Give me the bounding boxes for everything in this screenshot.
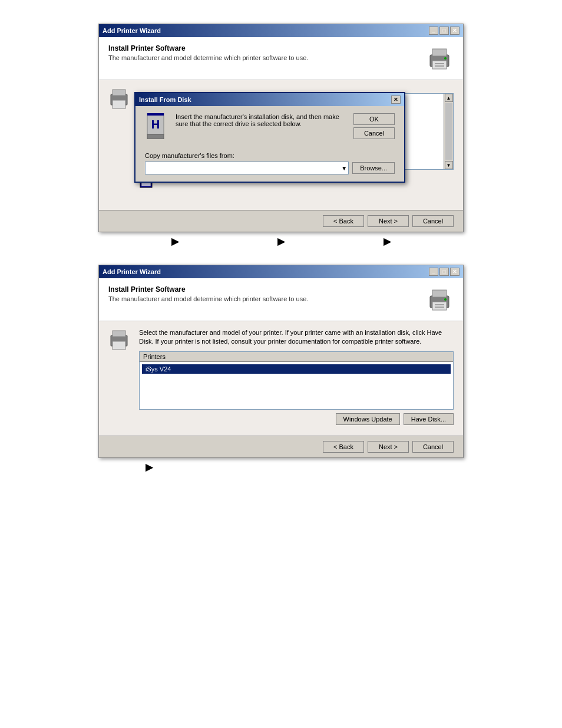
dialog-browse-button[interactable]: Browse...: [352, 162, 395, 174]
window2-back-button[interactable]: < Back: [323, 441, 364, 453]
svg-rect-2: [432, 61, 447, 69]
window2-main-content: Select the manufacturer and model of you…: [139, 328, 454, 429]
window1-title-text: Add Printer Wizard: [103, 27, 161, 34]
dialog-title-text: Install From Disk: [139, 96, 191, 103]
window1-minimize-btn[interactable]: _: [429, 27, 438, 35]
window2-close-btn[interactable]: ✕: [450, 268, 459, 276]
svg-rect-24: [113, 341, 125, 350]
second-wizard-window-group: Add Printer Wizard _ □ ✕ Install Printer…: [98, 265, 464, 473]
side-printer-icon-svg: [108, 87, 130, 113]
flow-arrows-row-1: ▶ ▶ ▶: [98, 236, 464, 247]
window2-header-text: Install Printer Software The manufacture…: [108, 285, 308, 302]
printers-list-body: iSys V24: [140, 362, 453, 409]
dialog-ok-button[interactable]: OK: [353, 113, 395, 125]
window1-controls: _ □ ✕: [429, 27, 459, 35]
window1-body-area: Ma Agl Alp Apr App AP ▲ ▼: [99, 80, 463, 210]
flow-arrow-2: ▶: [277, 236, 285, 247]
window1-back-button[interactable]: < Back: [323, 215, 364, 227]
dialog-copy-label: Copy manufacturer's files from:: [145, 152, 395, 159]
printer-icon-svg: [425, 44, 454, 73]
svg-rect-4: [435, 65, 444, 67]
window2-maximize-btn[interactable]: □: [439, 268, 449, 276]
add-printer-wizard-window-2: Add Printer Wizard _ □ ✕ Install Printer…: [98, 265, 464, 458]
windows-update-area: Windows Update Have Disk...: [139, 410, 454, 429]
flow-arrow-4: ▶: [146, 462, 153, 473]
side-printer-icon-svg-2: [108, 328, 130, 354]
svg-rect-23: [113, 331, 125, 337]
svg-rect-7: [113, 90, 125, 95]
svg-text:H: H: [151, 118, 160, 131]
dialog-cancel-button[interactable]: Cancel: [353, 127, 395, 139]
scrollbar-up-arrow[interactable]: ▲: [445, 94, 453, 102]
setup-icon-svg: H: [145, 113, 166, 139]
dialog-top-row: H Insert the manufacturer's installation…: [145, 113, 395, 140]
svg-point-5: [444, 57, 447, 60]
flow-arrow-3: ▶: [384, 236, 391, 247]
window1-maximize-btn[interactable]: □: [439, 27, 449, 35]
install-from-disk-dialog: Install From Disk ✕ H: [134, 92, 405, 183]
dialog-body-text: Insert the manufacturer's installation d…: [176, 113, 346, 127]
window2-side-icon: [108, 328, 132, 429]
window2-body-text: Select the manufacturer and model of you…: [139, 328, 454, 347]
window1-close-btn[interactable]: ✕: [450, 27, 459, 35]
dialog-text-section: Insert the manufacturer's installation d…: [176, 113, 346, 127]
dialog-bottom-row: Copy manufacturer's files from: ▼ Browse…: [145, 146, 395, 174]
window2-header-title: Install Printer Software: [108, 285, 308, 294]
window1-title-group: Add Printer Wizard: [103, 27, 161, 34]
printer-icon-svg-2: [425, 285, 454, 314]
svg-rect-18: [432, 302, 447, 310]
dialog-close-button[interactable]: ✕: [391, 95, 401, 104]
svg-rect-1: [432, 49, 447, 56]
window1-header-title: Install Printer Software: [108, 44, 308, 52]
window2-wizard-header: Install Printer Software The manufacture…: [99, 278, 463, 321]
window1-header-text: Install Printer Software The manufacture…: [108, 44, 308, 61]
window2-minimize-btn[interactable]: _: [429, 268, 438, 276]
dialog-setup-icon: H: [145, 113, 168, 140]
window1-wizard-footer: < Back Next > Cancel: [99, 210, 463, 232]
window2-controls: _ □ ✕: [429, 268, 459, 276]
dialog-input-row: ▼ Browse...: [145, 162, 395, 174]
dialog-buttons-section: OK Cancel: [353, 113, 395, 139]
window2-title-text: Add Printer Wizard: [103, 268, 161, 275]
window2-printer-icon: [425, 285, 454, 314]
window1-next-button[interactable]: Next >: [368, 215, 409, 227]
svg-rect-19: [435, 304, 444, 305]
window2-title-group: Add Printer Wizard: [103, 268, 161, 275]
windows-update-button[interactable]: Windows Update: [336, 413, 400, 425]
dropdown-arrow-icon: ▼: [341, 165, 347, 172]
dialog-content: H Insert the manufacturer's installation…: [135, 106, 404, 182]
svg-rect-17: [432, 290, 447, 297]
svg-point-21: [444, 298, 447, 301]
window1-header-subtitle: The manufacturer and model determine whi…: [108, 54, 308, 61]
window2-next-button[interactable]: Next >: [368, 441, 409, 453]
svg-rect-3: [435, 63, 444, 64]
window2-wizard-body: Select the manufacturer and model of you…: [99, 321, 463, 436]
scrollbar-thumb[interactable]: [445, 103, 452, 160]
flow-arrows-row-2: ▶: [98, 462, 464, 473]
svg-rect-15: [147, 134, 164, 139]
manufacturer-list-scrollbar[interactable]: ▲ ▼: [444, 94, 453, 169]
window2-wizard-footer: < Back Next > Cancel: [99, 436, 463, 457]
dialog-window: Install From Disk ✕ H: [134, 92, 405, 183]
add-printer-wizard-window-1: Add Printer Wizard _ □ ✕ Install Printer…: [98, 24, 464, 232]
flow-arrow-1: ▶: [171, 236, 178, 247]
window1-side-icon: [108, 87, 132, 203]
window1-wizard-header: Install Printer Software The manufacture…: [99, 37, 463, 80]
printer-item-isys-v24[interactable]: iSys V24: [142, 364, 451, 374]
dialog-titlebar: Install From Disk ✕: [135, 93, 404, 106]
window2-header-subtitle: The manufacturer and model determine whi…: [108, 295, 308, 302]
svg-rect-8: [113, 100, 125, 108]
window1-cancel-button[interactable]: Cancel: [412, 215, 454, 227]
printers-list-wrapper: Printers iSys V24: [139, 351, 454, 410]
printers-list-header: Printers: [140, 352, 453, 362]
window1-titlebar: Add Printer Wizard _ □ ✕: [99, 24, 463, 37]
svg-rect-13: [147, 113, 164, 116]
printers-list-header-label: Printers: [143, 353, 166, 360]
window2-titlebar: Add Printer Wizard _ □ ✕: [99, 265, 463, 278]
scrollbar-down-arrow[interactable]: ▼: [445, 161, 453, 169]
dialog-drive-dropdown[interactable]: ▼: [145, 162, 349, 174]
first-wizard-window: Add Printer Wizard _ □ ✕ Install Printer…: [98, 24, 464, 247]
have-disk-button[interactable]: Have Disk...: [404, 413, 454, 425]
window2-cancel-button[interactable]: Cancel: [412, 441, 454, 453]
window1-printer-icon: [425, 44, 454, 73]
